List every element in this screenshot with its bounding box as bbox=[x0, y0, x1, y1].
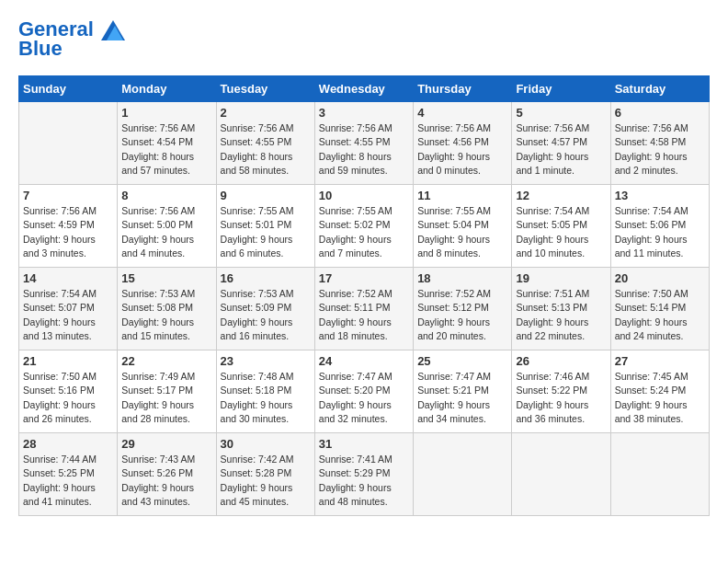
calendar-cell: 23Sunrise: 7:48 AMSunset: 5:18 PMDayligh… bbox=[216, 350, 314, 433]
day-info: Sunrise: 7:54 AMSunset: 5:07 PMDaylight:… bbox=[23, 287, 113, 343]
day-info: Sunrise: 7:49 AMSunset: 5:17 PMDaylight:… bbox=[121, 370, 211, 426]
calendar-cell: 27Sunrise: 7:45 AMSunset: 5:24 PMDayligh… bbox=[610, 350, 709, 433]
calendar-cell: 21Sunrise: 7:50 AMSunset: 5:16 PMDayligh… bbox=[19, 350, 118, 433]
day-info: Sunrise: 7:41 AMSunset: 5:29 PMDaylight:… bbox=[319, 453, 409, 509]
day-info: Sunrise: 7:48 AMSunset: 5:18 PMDaylight:… bbox=[221, 370, 311, 426]
day-number: 26 bbox=[516, 354, 606, 368]
calendar-cell: 3Sunrise: 7:56 AMSunset: 4:55 PMDaylight… bbox=[314, 102, 413, 185]
calendar-cell: 16Sunrise: 7:53 AMSunset: 5:09 PMDayligh… bbox=[216, 268, 314, 350]
calendar-week-5: 28Sunrise: 7:44 AMSunset: 5:25 PMDayligh… bbox=[19, 433, 710, 516]
day-number: 14 bbox=[23, 271, 113, 285]
day-info: Sunrise: 7:54 AMSunset: 5:06 PMDaylight:… bbox=[615, 204, 705, 260]
day-info: Sunrise: 7:51 AMSunset: 5:13 PMDaylight:… bbox=[516, 287, 606, 343]
day-info: Sunrise: 7:50 AMSunset: 5:14 PMDaylight:… bbox=[615, 287, 705, 343]
day-info: Sunrise: 7:55 AMSunset: 5:04 PMDaylight:… bbox=[417, 204, 507, 260]
day-number: 2 bbox=[221, 106, 311, 120]
calendar-week-1: 1Sunrise: 7:56 AMSunset: 4:54 PMDaylight… bbox=[19, 102, 710, 185]
day-number: 6 bbox=[615, 106, 705, 120]
calendar-cell: 14Sunrise: 7:54 AMSunset: 5:07 PMDayligh… bbox=[19, 268, 118, 350]
day-number: 17 bbox=[319, 271, 409, 285]
weekday-header-friday: Friday bbox=[512, 76, 610, 102]
day-info: Sunrise: 7:50 AMSunset: 5:16 PMDaylight:… bbox=[23, 370, 113, 426]
calendar-cell: 25Sunrise: 7:47 AMSunset: 5:21 PMDayligh… bbox=[414, 350, 512, 433]
day-number: 12 bbox=[516, 189, 606, 202]
day-info: Sunrise: 7:56 AMSunset: 4:58 PMDaylight:… bbox=[615, 121, 705, 178]
day-number: 18 bbox=[417, 271, 507, 285]
calendar-cell: 20Sunrise: 7:50 AMSunset: 5:14 PMDayligh… bbox=[610, 268, 709, 350]
day-info: Sunrise: 7:42 AMSunset: 5:28 PMDaylight:… bbox=[221, 453, 311, 509]
calendar-cell: 19Sunrise: 7:51 AMSunset: 5:13 PMDayligh… bbox=[512, 268, 610, 350]
day-info: Sunrise: 7:43 AMSunset: 5:26 PMDaylight:… bbox=[121, 453, 211, 509]
calendar-cell: 28Sunrise: 7:44 AMSunset: 5:25 PMDayligh… bbox=[19, 433, 118, 516]
calendar-cell: 30Sunrise: 7:42 AMSunset: 5:28 PMDayligh… bbox=[216, 433, 314, 516]
day-number: 16 bbox=[221, 271, 311, 285]
calendar-cell: 6Sunrise: 7:56 AMSunset: 4:58 PMDaylight… bbox=[610, 102, 709, 185]
calendar-week-2: 7Sunrise: 7:56 AMSunset: 4:59 PMDaylight… bbox=[19, 185, 710, 268]
calendar-cell bbox=[414, 433, 512, 516]
day-number: 8 bbox=[121, 189, 211, 202]
day-info: Sunrise: 7:56 AMSunset: 4:55 PMDaylight:… bbox=[319, 121, 409, 178]
day-info: Sunrise: 7:56 AMSunset: 5:00 PMDaylight:… bbox=[121, 204, 211, 260]
weekday-header-saturday: Saturday bbox=[610, 76, 709, 102]
day-number: 24 bbox=[319, 354, 409, 368]
day-number: 29 bbox=[121, 437, 211, 451]
day-number: 25 bbox=[417, 354, 507, 368]
day-info: Sunrise: 7:55 AMSunset: 5:01 PMDaylight:… bbox=[221, 204, 311, 260]
day-info: Sunrise: 7:52 AMSunset: 5:11 PMDaylight:… bbox=[319, 287, 409, 343]
calendar-body: 1Sunrise: 7:56 AMSunset: 4:54 PMDaylight… bbox=[19, 102, 710, 516]
day-info: Sunrise: 7:56 AMSunset: 4:56 PMDaylight:… bbox=[417, 121, 507, 178]
calendar-cell: 9Sunrise: 7:55 AMSunset: 5:01 PMDaylight… bbox=[216, 185, 314, 268]
calendar-cell: 17Sunrise: 7:52 AMSunset: 5:11 PMDayligh… bbox=[314, 268, 413, 350]
day-info: Sunrise: 7:56 AMSunset: 4:59 PMDaylight:… bbox=[23, 204, 113, 260]
day-number: 4 bbox=[417, 106, 507, 120]
calendar-cell: 7Sunrise: 7:56 AMSunset: 4:59 PMDaylight… bbox=[19, 185, 118, 268]
day-number: 19 bbox=[516, 271, 606, 285]
weekday-header-sunday: Sunday bbox=[19, 76, 118, 102]
day-number: 10 bbox=[319, 189, 409, 202]
calendar-week-4: 21Sunrise: 7:50 AMSunset: 5:16 PMDayligh… bbox=[19, 350, 710, 433]
calendar-week-3: 14Sunrise: 7:54 AMSunset: 5:07 PMDayligh… bbox=[19, 268, 710, 350]
calendar-cell: 10Sunrise: 7:55 AMSunset: 5:02 PMDayligh… bbox=[314, 185, 413, 268]
day-number: 21 bbox=[23, 354, 113, 368]
calendar-cell: 13Sunrise: 7:54 AMSunset: 5:06 PMDayligh… bbox=[610, 185, 709, 268]
weekday-header-thursday: Thursday bbox=[414, 76, 512, 102]
day-number: 22 bbox=[121, 354, 211, 368]
day-number: 13 bbox=[615, 189, 705, 202]
calendar-cell: 31Sunrise: 7:41 AMSunset: 5:29 PMDayligh… bbox=[314, 433, 413, 516]
day-number: 9 bbox=[221, 189, 311, 202]
calendar-cell: 11Sunrise: 7:55 AMSunset: 5:04 PMDayligh… bbox=[414, 185, 512, 268]
calendar-cell: 12Sunrise: 7:54 AMSunset: 5:05 PMDayligh… bbox=[512, 185, 610, 268]
day-number: 28 bbox=[23, 437, 113, 451]
calendar-cell: 2Sunrise: 7:56 AMSunset: 4:55 PMDaylight… bbox=[216, 102, 314, 185]
weekday-header-row: SundayMondayTuesdayWednesdayThursdayFrid… bbox=[19, 76, 710, 102]
day-info: Sunrise: 7:47 AMSunset: 5:21 PMDaylight:… bbox=[417, 370, 507, 426]
day-info: Sunrise: 7:53 AMSunset: 5:09 PMDaylight:… bbox=[221, 287, 311, 343]
day-number: 15 bbox=[121, 271, 211, 285]
day-number: 11 bbox=[417, 189, 507, 202]
day-info: Sunrise: 7:53 AMSunset: 5:08 PMDaylight:… bbox=[121, 287, 211, 343]
calendar-cell: 26Sunrise: 7:46 AMSunset: 5:22 PMDayligh… bbox=[512, 350, 610, 433]
calendar-cell bbox=[19, 102, 118, 185]
calendar-cell: 24Sunrise: 7:47 AMSunset: 5:20 PMDayligh… bbox=[314, 350, 413, 433]
calendar-cell: 29Sunrise: 7:43 AMSunset: 5:26 PMDayligh… bbox=[118, 433, 216, 516]
calendar-table: SundayMondayTuesdayWednesdayThursdayFrid… bbox=[18, 75, 710, 516]
day-number: 27 bbox=[615, 354, 705, 368]
calendar-cell: 4Sunrise: 7:56 AMSunset: 4:56 PMDaylight… bbox=[414, 102, 512, 185]
day-info: Sunrise: 7:52 AMSunset: 5:12 PMDaylight:… bbox=[417, 287, 507, 343]
day-info: Sunrise: 7:44 AMSunset: 5:25 PMDaylight:… bbox=[23, 453, 113, 509]
page-header: General Blue bbox=[18, 18, 710, 61]
calendar-cell: 22Sunrise: 7:49 AMSunset: 5:17 PMDayligh… bbox=[118, 350, 216, 433]
day-info: Sunrise: 7:54 AMSunset: 5:05 PMDaylight:… bbox=[516, 204, 606, 260]
day-info: Sunrise: 7:45 AMSunset: 5:24 PMDaylight:… bbox=[615, 370, 705, 426]
day-number: 31 bbox=[319, 437, 409, 451]
calendar-cell: 15Sunrise: 7:53 AMSunset: 5:08 PMDayligh… bbox=[118, 268, 216, 350]
calendar-cell: 5Sunrise: 7:56 AMSunset: 4:57 PMDaylight… bbox=[512, 102, 610, 185]
day-number: 20 bbox=[615, 271, 705, 285]
calendar-cell bbox=[512, 433, 610, 516]
day-info: Sunrise: 7:55 AMSunset: 5:02 PMDaylight:… bbox=[319, 204, 409, 260]
logo: General Blue bbox=[18, 18, 125, 61]
calendar-cell: 1Sunrise: 7:56 AMSunset: 4:54 PMDaylight… bbox=[118, 102, 216, 185]
calendar-cell bbox=[610, 433, 709, 516]
weekday-header-wednesday: Wednesday bbox=[314, 76, 413, 102]
day-info: Sunrise: 7:56 AMSunset: 4:54 PMDaylight:… bbox=[121, 121, 211, 178]
